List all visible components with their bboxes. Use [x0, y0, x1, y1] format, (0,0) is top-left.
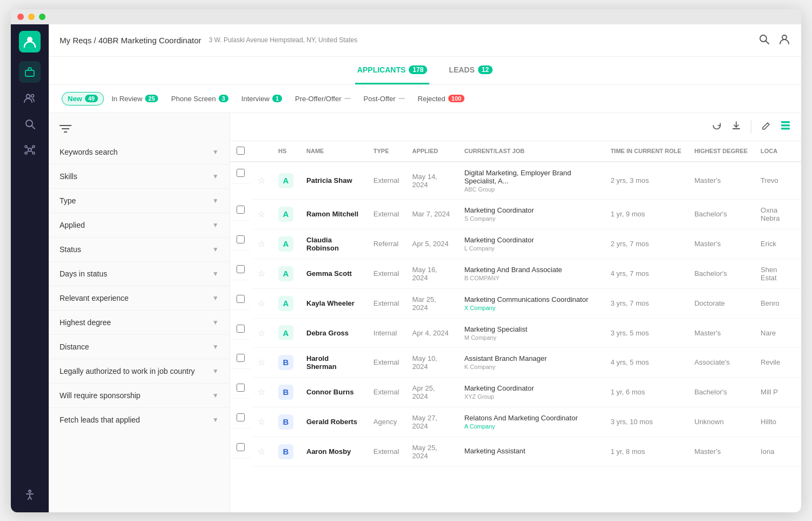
- row-checkbox[interactable]: [230, 437, 251, 458]
- row-checkbox[interactable]: [230, 199, 251, 221]
- breadcrumb-reqs[interactable]: My Reqs / 40BR Marketing Coordinator: [60, 36, 201, 45]
- row-select-checkbox[interactable]: [237, 235, 245, 243]
- row-checkbox[interactable]: [230, 377, 251, 399]
- row-name[interactable]: Gerald Roberts: [300, 407, 367, 437]
- star-icon[interactable]: ☆: [258, 417, 265, 426]
- sidebar-item-network[interactable]: [19, 139, 41, 161]
- row-name[interactable]: Aaron Mosby: [300, 437, 367, 466]
- status-post-offer[interactable]: Post-Offer: [358, 93, 410, 105]
- filter-keywords[interactable]: Keywords search ▼: [49, 140, 230, 164]
- row-select-checkbox[interactable]: [237, 325, 245, 333]
- maximize-button[interactable]: [39, 14, 45, 20]
- filter-status[interactable]: Status ▼: [49, 238, 230, 262]
- filter-applied[interactable]: Applied ▼: [49, 213, 230, 238]
- row-checkbox[interactable]: [230, 318, 251, 340]
- sidebar-item-search[interactable]: [19, 113, 41, 135]
- col-location[interactable]: LOCA: [754, 141, 801, 162]
- filter-fetch-leads[interactable]: Fetch leads that applied ▼: [49, 408, 230, 432]
- row-name[interactable]: Patricia Shaw: [300, 162, 367, 200]
- edit-icon[interactable]: [759, 118, 773, 135]
- filter-highest-degree[interactable]: Highest degree ▼: [49, 311, 230, 335]
- download-icon[interactable]: [729, 118, 743, 135]
- tab-applicants[interactable]: APPLICANTS 178: [355, 56, 429, 84]
- grade-badge: B: [278, 385, 293, 400]
- status-pre-offer[interactable]: Pre-Offer/Offer: [290, 93, 356, 105]
- refresh-icon[interactable]: [710, 118, 724, 135]
- filter-relevant-exp[interactable]: Relevant experience ▼: [49, 286, 230, 311]
- row-select-checkbox[interactable]: [237, 413, 245, 421]
- star-icon[interactable]: ☆: [258, 387, 265, 397]
- star-icon[interactable]: ☆: [258, 176, 265, 185]
- col-hs[interactable]: HS: [272, 141, 300, 162]
- col-applied[interactable]: APPLIED: [405, 141, 457, 162]
- row-time-in-role: 4 yrs, 5 mos: [604, 347, 688, 377]
- filter-toggle[interactable]: [49, 120, 230, 140]
- status-interview[interactable]: Interview 1: [236, 93, 287, 105]
- table-view-icon[interactable]: [778, 118, 793, 135]
- row-star[interactable]: ☆: [251, 288, 272, 318]
- col-degree[interactable]: HIGHEST DEGREE: [688, 141, 754, 162]
- row-select-checkbox[interactable]: [237, 265, 245, 273]
- row-name[interactable]: Gemma Scott: [300, 259, 367, 288]
- col-time-in-role[interactable]: TIME IN CURRENT ROLE: [604, 141, 688, 162]
- row-name[interactable]: Debra Gross: [300, 318, 367, 347]
- row-star[interactable]: ☆: [251, 259, 272, 288]
- row-name[interactable]: Connor Burns: [300, 377, 367, 407]
- col-current-job[interactable]: CURRENT/LAST JOB: [458, 141, 604, 162]
- select-all-checkbox[interactable]: [237, 147, 245, 155]
- row-select-checkbox[interactable]: [237, 443, 245, 451]
- row-checkbox[interactable]: [230, 259, 251, 280]
- minimize-button[interactable]: [28, 14, 35, 20]
- status-phone-screen[interactable]: Phone Screen 3: [166, 93, 234, 105]
- row-star[interactable]: ☆: [251, 199, 272, 229]
- row-name[interactable]: Claudia Robinson: [300, 229, 367, 259]
- row-name[interactable]: Harold Sherman: [300, 347, 367, 377]
- row-star[interactable]: ☆: [251, 407, 272, 437]
- row-name[interactable]: Ramon Mitchell: [300, 199, 367, 229]
- status-rejected[interactable]: Rejected 100: [412, 93, 470, 105]
- row-time-in-role: 1 yr, 8 mos: [604, 437, 688, 466]
- row-star[interactable]: ☆: [251, 318, 272, 347]
- star-icon[interactable]: ☆: [258, 328, 265, 338]
- row-checkbox[interactable]: [230, 162, 251, 184]
- row-select-checkbox[interactable]: [237, 206, 245, 214]
- search-icon[interactable]: [758, 33, 770, 48]
- row-select-checkbox[interactable]: [237, 295, 245, 303]
- header-icons: [758, 33, 790, 48]
- row-checkbox[interactable]: [230, 347, 251, 369]
- sidebar-item-accessibility[interactable]: [19, 484, 41, 506]
- row-star[interactable]: ☆: [251, 437, 272, 466]
- filter-distance[interactable]: Distance ▼: [49, 335, 230, 359]
- profile-icon[interactable]: [778, 33, 790, 48]
- row-name[interactable]: Kayla Wheeler: [300, 288, 367, 318]
- star-icon[interactable]: ☆: [258, 269, 265, 278]
- row-checkbox[interactable]: [230, 288, 251, 310]
- filter-skills[interactable]: Skills ▼: [49, 164, 230, 189]
- tab-leads[interactable]: LEADS 12: [447, 56, 495, 84]
- row-select-checkbox[interactable]: [237, 169, 245, 177]
- col-name[interactable]: NAME: [300, 141, 367, 162]
- col-type[interactable]: TYPE: [367, 141, 406, 162]
- star-icon[interactable]: ☆: [258, 239, 265, 248]
- filter-type[interactable]: Type ▼: [49, 189, 230, 213]
- row-star[interactable]: ☆: [251, 162, 272, 200]
- filter-sponsorship[interactable]: Will require sponsorship ▼: [49, 384, 230, 408]
- status-new[interactable]: New 49: [62, 92, 104, 105]
- row-star[interactable]: ☆: [251, 347, 272, 377]
- filter-days-in-status[interactable]: Days in status ▼: [49, 262, 230, 286]
- star-icon[interactable]: ☆: [258, 209, 265, 219]
- row-select-checkbox[interactable]: [237, 354, 245, 362]
- row-star[interactable]: ☆: [251, 229, 272, 259]
- row-select-checkbox[interactable]: [237, 384, 245, 392]
- row-checkbox[interactable]: [230, 229, 251, 250]
- sidebar-item-users[interactable]: [19, 87, 41, 109]
- star-icon[interactable]: ☆: [258, 299, 265, 308]
- close-button[interactable]: [17, 14, 24, 20]
- sidebar-item-briefcase[interactable]: [19, 61, 41, 83]
- star-icon[interactable]: ☆: [258, 447, 265, 456]
- row-star[interactable]: ☆: [251, 377, 272, 407]
- row-checkbox[interactable]: [230, 407, 251, 428]
- filter-legally-authorized[interactable]: Legally authorized to work in job countr…: [49, 359, 230, 384]
- star-icon[interactable]: ☆: [258, 358, 265, 367]
- status-in-review[interactable]: In Review 25: [106, 93, 163, 105]
